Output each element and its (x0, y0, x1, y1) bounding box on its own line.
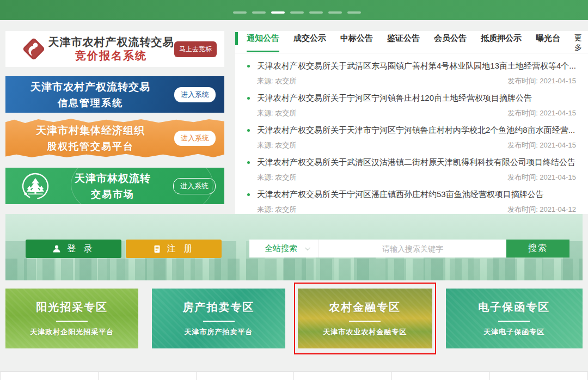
news-title: 天津农村产权交易所关于武清区东马圈镇广善村第4号林业队园地13亩土地经营权等4个… (257, 61, 576, 71)
more-link[interactable]: 更多 (574, 32, 588, 53)
zone-sunshine-procurement[interactable]: 阳光招采专区 天津政村企阳光招采平台 (5, 289, 138, 348)
banner-line1: 天津市村集体经济组织 (13, 124, 168, 138)
news-source: 来源: 农交所 (257, 76, 296, 86)
bullet-icon (247, 129, 250, 132)
enter-equity-platform-button[interactable]: 进入系统 (174, 131, 216, 146)
go-bid-button[interactable]: 马上去竞标 (174, 41, 217, 57)
site-search: 全站搜索 搜索 (249, 240, 569, 258)
news-source: 来源: 农交所 (257, 173, 296, 182)
tab-exposure[interactable]: 曝光台 (536, 32, 560, 51)
tab-notice-announcements[interactable]: 通知公告 (247, 32, 279, 52)
register-form-icon (152, 244, 162, 254)
banner-line1: 天津市农村产权流转交易 (13, 80, 168, 94)
brand-title: 天津市农村产权流转交易 (48, 35, 174, 49)
search-scope-select[interactable]: 全站搜索 (249, 240, 319, 258)
carousel-dash[interactable] (233, 11, 247, 14)
zone-title: 房产拍卖专区 (183, 300, 255, 315)
carousel-indicators (233, 11, 361, 14)
zone-subtitle: 天津市房产拍卖平台 (185, 327, 253, 337)
login-label: 登 录 (67, 243, 95, 255)
bottom-strip (0, 371, 588, 380)
login-button[interactable]: 登 录 (26, 240, 121, 258)
carousel-dash[interactable] (252, 11, 266, 14)
news-date: 发布时间: 2021-04-15 (507, 76, 576, 86)
news-item: 天津农村产权交易所关于武清区东马圈镇广善村第4号林业队园地13亩土地经营权等4个… (247, 61, 576, 86)
banner-line2: 股权托管交易平台 (13, 140, 168, 153)
zone-title: 农村金融专区 (329, 300, 401, 315)
news-list: 天津农村产权交易所关于武清区东马圈镇广善村第4号林业队园地13亩土地经营权等4个… (235, 61, 588, 214)
enter-info-system-button[interactable]: 进入系统 (174, 87, 216, 102)
search-input[interactable] (319, 244, 506, 253)
news-title: 天津农村产权交易所关于天津市宁河区宁河镇鲁庄村村内学校北2个鱼池约8亩水面经营.… (257, 125, 575, 136)
tab-pledge-publicity[interactable]: 抵质押公示 (481, 32, 522, 51)
hero-band: 登 录 注 册 全站搜索 搜索 (5, 214, 583, 280)
enter-forest-market-button[interactable]: 进入系统 (173, 178, 216, 194)
news-link[interactable]: 天津农村产权交易所关于宁河区宁河镇鲁庄村120亩土地经营权项目摘牌公告 (247, 93, 576, 103)
zone-subtitle: 天津市农业农村金融专区 (323, 327, 407, 337)
news-source: 来源: 农交所 (257, 108, 296, 118)
news-item: 天津农村产权交易所关于宁河区宁河镇鲁庄村120亩土地经营权项目摘牌公告 来源: … (247, 93, 576, 118)
news-source: 来源: 农交所 (257, 205, 296, 214)
info-system-banner[interactable]: 天津市农村产权流转交易 信息管理系统 进入系统 (5, 76, 224, 113)
special-zones: 阳光招采专区 天津政村企阳光招采平台 房产拍卖专区 天津市房产拍卖平台 农村金融… (5, 289, 583, 348)
carousel-dash[interactable] (328, 11, 342, 14)
carousel-dash[interactable] (347, 11, 361, 14)
news-meta: 来源: 农交所 发布时间: 2021-04-15 (247, 108, 576, 118)
news-tabs: 通知公告 成交公示 中标公告 鉴证公告 会员公告 抵质押公示 曝光台 更多 (235, 31, 588, 53)
zone-divider (203, 321, 235, 322)
equity-platform-banner[interactable]: 天津市村集体经济组织 股权托管交易平台 进入系统 (5, 117, 224, 160)
news-date: 发布时间: 2021-04-15 (507, 108, 576, 118)
carousel-dash[interactable] (309, 11, 323, 14)
zone-title: 电子保函专区 (478, 300, 550, 315)
news-meta: 来源: 农交所 发布时间: 2021-04-15 (247, 173, 576, 182)
news-meta: 来源: 农交所 发布时间: 2021-04-15 (247, 140, 576, 150)
news-title: 天津农村产权交易所关于武清区汉沽港镇二街村原天津凯得利科技有限公司项目终结公告 (257, 157, 575, 168)
carousel-dash-active[interactable] (271, 11, 285, 14)
zone-subtitle: 天津政村企阳光招采平台 (30, 327, 114, 337)
bidding-system-card: 天津市农村产权流转交易 竞价报名系统 马上去竞标 (5, 31, 224, 67)
news-link[interactable]: 天津农村产权交易所关于宁河区潘庄镇西孙庄村约53亩鱼池经营权项目摘牌公告 (247, 189, 576, 200)
news-link[interactable]: 天津农村产权交易所关于武清区汉沽港镇二街村原天津凯得利科技有限公司项目终结公告 (247, 157, 576, 168)
news-title: 天津农村产权交易所关于宁河区潘庄镇西孙庄村约53亩鱼池经营权项目摘牌公告 (257, 189, 544, 200)
strip-cell (490, 372, 588, 380)
carousel-dash[interactable] (290, 11, 304, 14)
zone-divider (349, 321, 381, 322)
zone-real-estate-auction[interactable]: 房产拍卖专区 天津市房产拍卖平台 (152, 289, 285, 348)
search-scope-label: 全站搜索 (265, 243, 297, 254)
news-link[interactable]: 天津农村产权交易所关于天津市宁河区宁河镇鲁庄村村内学校北2个鱼池约8亩水面经营.… (247, 125, 576, 136)
news-item: 天津农村产权交易所关于武清区汉沽港镇二街村原天津凯得利科技有限公司项目终结公告 … (247, 157, 576, 182)
zone-rural-finance[interactable]: 农村金融专区 天津市农业农村金融专区 (298, 289, 432, 348)
city-skyline-decoration (5, 259, 583, 280)
forest-market-banner[interactable]: 天津市林权流转 交易市场 进入系统 (5, 168, 224, 204)
zone-divider (498, 321, 530, 322)
strip-cell (197, 372, 295, 380)
news-title: 天津农村产权交易所关于宁河区宁河镇鲁庄村120亩土地经营权项目摘牌公告 (257, 93, 532, 103)
banner-line2: 信息管理系统 (13, 96, 168, 109)
news-date: 发布时间: 2021-04-12 (507, 205, 576, 214)
brand-subtitle: 竞价报名系统 (48, 49, 174, 63)
tab-authentication[interactable]: 鉴证公告 (387, 32, 420, 51)
banner-line1: 天津市林权流转 (58, 171, 168, 186)
left-column: 天津市农村产权流转交易 竞价报名系统 马上去竞标 天津市农村产权流转交易 信息管… (5, 31, 224, 214)
brand-text: 天津市农村产权流转交易 竞价报名系统 (48, 35, 174, 63)
tab-accent-bar (235, 32, 238, 45)
highlight-red-border: 农村金融专区 天津市农业农村金融专区 (294, 283, 436, 354)
top-section: 天津市农村产权流转交易 竞价报名系统 马上去竞标 天津市农村产权流转交易 信息管… (0, 20, 588, 214)
zone-electronic-guarantee[interactable]: 电子保函专区 天津电子保函专区 (446, 289, 583, 348)
more-label: 更多 (574, 33, 588, 53)
news-date: 发布时间: 2021-04-15 (507, 173, 576, 182)
news-source: 来源: 农交所 (257, 140, 296, 150)
strip-cell (294, 372, 392, 380)
homepage: 天津市农村产权流转交易 竞价报名系统 马上去竞标 天津市农村产权流转交易 信息管… (0, 0, 588, 380)
strip-cell (392, 372, 490, 380)
tab-deal-publicity[interactable]: 成交公示 (293, 32, 326, 51)
news-link[interactable]: 天津农村产权交易所关于武清区东马圈镇广善村第4号林业队园地13亩土地经营权等4个… (247, 61, 576, 71)
search-button[interactable]: 搜索 (506, 240, 569, 258)
zone-title: 阳光招采专区 (36, 300, 108, 315)
tab-winning-bid[interactable]: 中标公告 (340, 32, 373, 51)
tab-member-announcements[interactable]: 会员公告 (434, 32, 467, 51)
register-button[interactable]: 注 册 (126, 240, 222, 258)
bullet-icon (247, 97, 250, 100)
user-icon (52, 244, 62, 254)
strip-cell (0, 372, 99, 380)
